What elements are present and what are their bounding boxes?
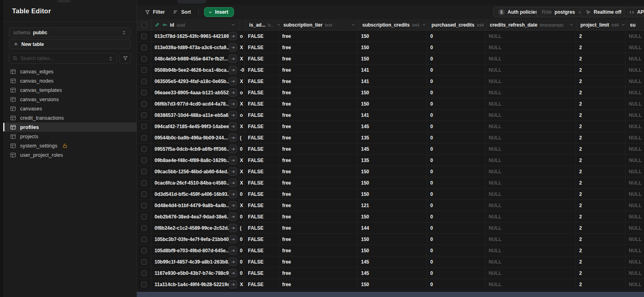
- cell-id[interactable]: 11a114cb-1a4c-49f4-9b28-52219ec...: [151, 279, 239, 290]
- cell-is_admin[interactable]: FALSE: [245, 166, 279, 177]
- cell-purchased_credits[interactable]: 0: [427, 222, 485, 233]
- cell-purchased_credits[interactable]: 0: [427, 87, 485, 98]
- cell-purchased_credits[interactable]: 0: [427, 143, 485, 154]
- cell-select[interactable]: [137, 268, 151, 278]
- cell-clipped[interactable]: X: [239, 76, 245, 87]
- expand-row-button[interactable]: [229, 54, 237, 63]
- cell-is_admin[interactable]: FALSE: [245, 189, 279, 199]
- expand-list-icon[interactable]: [108, 56, 113, 61]
- cell-select[interactable]: [137, 177, 151, 188]
- cell-clipped[interactable]: o: [239, 110, 245, 120]
- column-header-id[interactable]: iduuid: [151, 19, 239, 30]
- row-checkbox[interactable]: [141, 146, 147, 152]
- cell-credits_refresh_date[interactable]: NULL: [485, 268, 576, 278]
- cell-id[interactable]: 0508b94b-5ee2-4626-bca1-4bca...: [151, 64, 239, 75]
- cell-purchased_credits[interactable]: 0: [427, 177, 485, 188]
- cell-credits_refresh_date[interactable]: NULL: [485, 98, 576, 109]
- cell-select[interactable]: [137, 189, 151, 199]
- cell-select[interactable]: [137, 53, 151, 64]
- cell-subscription_extra[interactable]: NULL: [625, 279, 644, 290]
- cell-credits_refresh_date[interactable]: NULL: [485, 222, 576, 233]
- cell-credits_refresh_date[interactable]: NULL: [485, 143, 576, 154]
- cell-credits_refresh_date[interactable]: NULL: [485, 166, 576, 177]
- cell-credits_refresh_date[interactable]: NULL: [485, 155, 576, 166]
- cell-subscription_tier[interactable]: free: [279, 189, 358, 199]
- cell-clipped[interactable]: X: [239, 166, 245, 177]
- cell-credits_refresh_date[interactable]: NULL: [485, 87, 576, 98]
- cell-is_admin[interactable]: FALSE: [245, 110, 279, 120]
- cell-project_limit[interactable]: 2: [576, 87, 625, 98]
- cell-is_admin[interactable]: FALSE: [245, 143, 279, 154]
- cell-project_limit[interactable]: 2: [576, 110, 625, 120]
- cell-is_admin[interactable]: FALSE: [245, 256, 279, 267]
- cell-select[interactable]: [137, 234, 151, 245]
- cell-subscription_extra[interactable]: NULL: [625, 42, 644, 53]
- cell-id[interactable]: 09cac5bb-1256-46bd-ab60-64ed...: [151, 166, 239, 177]
- cell-project_limit[interactable]: 2: [576, 222, 625, 233]
- cell-clipped[interactable]: (: [239, 132, 245, 143]
- expand-row-button[interactable]: [229, 190, 237, 198]
- cell-subscription_extra[interactable]: NULL: [625, 222, 644, 233]
- api-docs-button[interactable]: API Docs: [624, 7, 644, 17]
- expand-row-button[interactable]: [229, 32, 237, 40]
- cell-is_admin[interactable]: FALSE: [245, 155, 279, 166]
- expand-row-button[interactable]: [229, 145, 237, 153]
- cell-project_limit[interactable]: 2: [576, 211, 625, 222]
- cell-purchased_credits[interactable]: 0: [427, 76, 485, 87]
- cell-clipped[interactable]: o: [239, 87, 245, 98]
- row-checkbox[interactable]: [141, 259, 147, 265]
- cell-clipped[interactable]: 0: [239, 268, 245, 278]
- row-checkbox[interactable]: [141, 158, 147, 163]
- sidebar-item-user_project_roles[interactable]: user_project_roles: [3, 150, 136, 160]
- sidebar-item-canvas_templates[interactable]: canvas_templates: [3, 85, 136, 95]
- cell-project_limit[interactable]: 2: [576, 200, 625, 211]
- cell-subscription_extra[interactable]: NULL: [625, 189, 644, 199]
- row-checkbox[interactable]: [141, 248, 147, 253]
- cell-project_limit[interactable]: 2: [576, 42, 625, 53]
- cell-subscription_extra[interactable]: NULL: [625, 245, 644, 256]
- cell-subscription_tier[interactable]: free: [279, 268, 358, 278]
- cell-is_admin[interactable]: FALSE: [245, 245, 279, 256]
- new-table-button[interactable]: New table: [9, 39, 131, 49]
- expand-row-button[interactable]: [229, 258, 237, 266]
- cell-credits_refresh_date[interactable]: NULL: [485, 234, 576, 245]
- cell-id[interactable]: 063505e5-4293-4faf-a18c-0e65b...: [151, 76, 239, 87]
- cell-project_limit[interactable]: 2: [576, 132, 625, 143]
- cell-project_limit[interactable]: 2: [576, 76, 625, 87]
- cell-subscription_extra[interactable]: NULL: [625, 87, 644, 98]
- cell-subscription_tier[interactable]: free: [279, 166, 358, 177]
- cell-subscription_tier[interactable]: free: [279, 143, 358, 154]
- filter-tables-button[interactable]: [120, 53, 131, 64]
- cell-id[interactable]: 013e039a-fd89-473a-a3c6-ccfa9...: [151, 42, 239, 53]
- cell-subscription_tier[interactable]: free: [279, 98, 358, 109]
- column-header-purchased_credits[interactable]: purchased_creditsint4: [428, 19, 487, 30]
- column-header-clipped[interactable]: [239, 19, 246, 30]
- cell-purchased_credits[interactable]: 0: [427, 155, 485, 166]
- cell-project_limit[interactable]: 2: [576, 268, 625, 278]
- column-header-subscription_tier[interactable]: subscription_tiertext: [280, 19, 359, 30]
- row-checkbox[interactable]: [141, 33, 147, 39]
- column-header-is_admin[interactable]: is_ad...b...: [246, 19, 280, 30]
- cell-select[interactable]: [137, 166, 151, 177]
- row-checkbox[interactable]: [141, 180, 147, 186]
- cell-credits_refresh_date[interactable]: NULL: [485, 177, 576, 188]
- cell-credits_refresh_date[interactable]: NULL: [485, 200, 576, 211]
- column-menu-chevron-icon[interactable]: [351, 23, 355, 27]
- expand-row-button[interactable]: [229, 156, 237, 164]
- cell-clipped[interactable]: 0: [239, 143, 245, 154]
- cell-clipped[interactable]: X: [239, 121, 245, 132]
- cell-is_admin[interactable]: FALSE: [245, 53, 279, 64]
- row-checkbox[interactable]: [141, 67, 147, 73]
- cell-id[interactable]: 094caf42-7185-4e45-99f3-14abee...: [151, 121, 239, 132]
- cell-select[interactable]: [137, 110, 151, 120]
- cell-id[interactable]: 09544b0c-ba9b-496a-9b09-244...: [151, 132, 239, 143]
- cell-subscription_extra[interactable]: NULL: [625, 211, 644, 222]
- expand-row-button[interactable]: [229, 212, 237, 221]
- cell-subscription_credits[interactable]: 150: [358, 87, 427, 98]
- cell-project_limit[interactable]: 2: [576, 31, 625, 42]
- cell-purchased_credits[interactable]: 0: [427, 234, 485, 245]
- cell-credits_refresh_date[interactable]: NULL: [485, 245, 576, 256]
- cell-subscription_credits[interactable]: 145: [358, 143, 427, 154]
- cell-subscription_tier[interactable]: free: [279, 121, 358, 132]
- cell-subscription_credits[interactable]: 150: [358, 166, 427, 177]
